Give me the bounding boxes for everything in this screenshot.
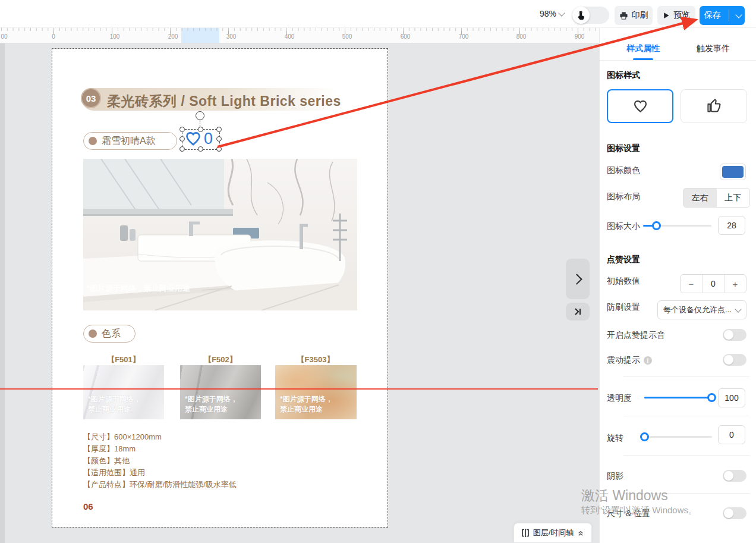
tab-style-properties[interactable]: 样式属性 [616,43,670,54]
canvas-area[interactable]: 03 柔光砖系列 / Soft Light Brick series 霜雪初晴A… [0,43,599,543]
resize-handle-nw[interactable] [179,127,185,132]
tap-finger-icon [576,10,586,20]
swatch-code: 【F501】 [83,354,164,365]
last-page-button[interactable] [566,303,590,321]
rotate-label: 旋转 [607,433,623,444]
zoom-level-value: 98% [540,9,556,18]
layout-option-horizontal[interactable]: 左右 [683,189,717,207]
resize-handle-se[interactable] [216,146,222,152]
icon-size-input[interactable]: 28 [718,216,745,235]
layers-timeline-label: 图层/时间轴 [533,528,574,538]
toggle-knob [724,330,733,340]
stepper-minus-button[interactable]: − [681,275,702,293]
next-page-button[interactable] [566,259,590,299]
shadow-label: 阴影 [607,471,623,482]
ruler-label: 400 [285,33,295,40]
swatch-watermark: *图片源于网络， [280,395,333,403]
rotate-input[interactable]: 0 [718,425,745,444]
ruler-label: 00 [1,33,7,40]
spec-line[interactable]: 【厚度】18mm [83,444,136,454]
icon-style-thumb-option[interactable] [681,89,747,123]
print-button[interactable]: 印刷 [615,6,653,25]
opacity-slider-thumb[interactable] [707,393,716,402]
save-button[interactable]: 保存 [700,6,745,25]
anti-spam-select[interactable]: 每个设备仅允许点... [657,300,746,319]
design-page[interactable]: 03 柔光砖系列 / Soft Light Brick series 霜雪初晴A… [52,49,388,527]
icon-size-slider-thumb[interactable] [652,221,661,230]
ruler-label: 200 [168,33,178,40]
editor-window: 98% 印刷 预览 保存 [0,0,756,543]
spec-line[interactable]: 【适用范围】通用 [83,467,145,478]
opacity-input[interactable]: 100 [718,388,745,407]
tab-trigger-events[interactable]: 触发事件 [686,43,740,54]
slider-fill [644,397,712,398]
icon-size-slider[interactable] [643,225,711,227]
like-settings-title: 点赞设置 [607,255,640,265]
chevron-right-bar-icon [573,307,582,316]
opacity-label: 透明度 [607,393,632,404]
icon-color-picker[interactable] [720,164,746,180]
icon-style-title: 图标样式 [607,70,640,81]
resize-handle-ne[interactable] [216,127,222,132]
swatch-code: 【F3503】 [275,354,356,365]
swatch-watermark: 禁止商业用途 [185,405,228,413]
product-photo[interactable]: *图片源于网络，禁止商业用途 [83,159,357,310]
save-button-divider [729,10,729,21]
layers-timeline-button[interactable]: 图层/时间轴 [514,523,592,542]
resize-handle-n[interactable] [198,127,203,132]
preview-button[interactable]: 预览 [657,6,695,25]
spec-line[interactable]: 【产品特点】环保/耐磨/防滑性能强/吸水率低 [83,479,237,490]
toggle-knob [724,509,733,518]
color-section-label: 色系 [102,328,121,340]
size-position-toggle[interactable] [723,507,746,519]
anti-spam-value: 每个设备仅允许点... [663,305,732,315]
icon-color-label: 图标颜色 [607,165,640,176]
series-number-badge[interactable]: 03 [81,88,101,108]
zoom-level-dropdown[interactable]: 98% [540,9,564,18]
swatch-f501[interactable]: *图片源于网络， 禁止商业用途 [83,365,164,419]
icon-layout-segmented: 左右 上下 [683,188,750,208]
initial-value-field[interactable]: 0 [702,275,724,293]
shadow-toggle[interactable] [723,470,746,482]
layout-option-vertical[interactable]: 上下 [717,189,750,207]
rotate-slider[interactable] [641,436,712,438]
heart-icon [632,98,648,114]
properties-panel: 样式属性 触发事件 图标样式 图标设置 图标颜色 图标布局 左右 上下 图标大小 [599,27,756,543]
swatch-f502[interactable]: *图片源于网络， 禁止商业用途 [180,365,261,419]
rotate-slider-thumb[interactable] [640,432,649,441]
initial-value-label: 初始数值 [607,276,640,287]
printer-icon [619,11,628,20]
resize-handle-sw[interactable] [179,146,185,152]
opacity-slider[interactable] [644,397,712,398]
series-title[interactable]: 柔光砖系列 / Soft Light Brick series [107,92,341,111]
panel-divider [623,416,749,416]
icon-size-label: 图标大小 [607,221,640,232]
pill-dot-icon [89,329,97,338]
panel-divider [623,493,749,494]
vibration-label: 震动提示 i [607,355,652,366]
spec-line[interactable]: 【尺寸】600×1200mm [83,432,162,442]
spec-line[interactable]: 【颜色】其他 [83,456,130,466]
resize-handle-e[interactable] [216,136,222,142]
resize-handle-w[interactable] [179,136,185,142]
preview-button-label: 预览 [673,10,690,21]
product-name-pill[interactable]: 霜雪初晴A款 [83,132,177,150]
swatch-f3503[interactable]: *图片源于网络， 禁止商业用途 [275,365,357,419]
page-number[interactable]: 06 [83,501,93,511]
info-icon[interactable]: i [644,356,652,365]
color-section-pill[interactable]: 色系 [83,325,136,343]
vibration-toggle[interactable] [723,354,746,366]
panel-divider [623,376,749,377]
tab-divider [600,60,756,61]
icon-style-heart-option[interactable] [607,89,673,123]
rotate-handle[interactable] [196,111,204,120]
icon-settings-title: 图标设置 [607,143,640,154]
thumbs-up-icon [706,98,722,114]
toggle-knob [724,355,733,365]
interaction-mode-toggle[interactable] [572,7,609,24]
initial-value-stepper: − 0 + [680,274,746,293]
resize-handle-s[interactable] [198,146,203,152]
stepper-plus-button[interactable]: + [724,275,746,293]
like-sound-toggle[interactable] [723,329,746,341]
save-more-button[interactable] [733,14,745,17]
